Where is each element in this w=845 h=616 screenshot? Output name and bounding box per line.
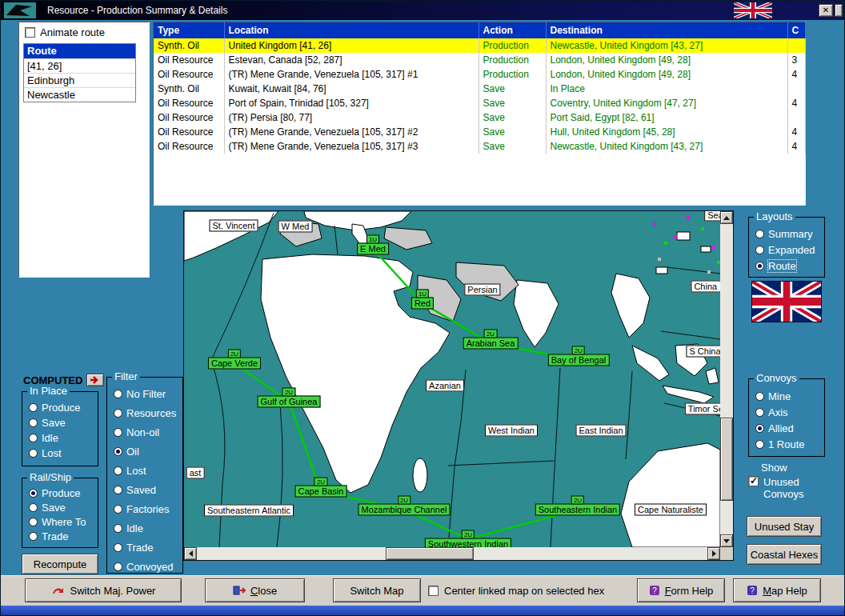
center-linked-map-label: Center linked map on selected hex [444,585,604,597]
switch-map-button[interactable]: Switch Map [333,578,421,602]
cell-convoy: 3 [787,53,805,67]
cell-destination: Coventry, United Kingdom [47, 27] [546,96,787,110]
in-place-option-save[interactable]: Save [22,417,98,429]
layout-option-route[interactable]: Route [749,260,824,272]
sea-zone-label[interactable]: East Indian [575,425,626,437]
radio-icon [755,230,764,238]
center-linked-map-option[interactable]: Center linked map on selected hex [428,578,604,602]
route-sea-zone-label[interactable]: 2U Arabian Sea [463,338,519,350]
route-sea-zone-label[interactable]: 2U Southeastern Indian [535,504,620,516]
app-icon[interactable] [4,2,36,18]
scroll-up-button[interactable] [720,211,733,224]
in-place-option-idle[interactable]: Idle [22,432,98,444]
coastal-hexes-button[interactable]: Coastal Hexes [747,544,822,565]
close-form-button[interactable]: Close [205,578,305,602]
sea-zone-label[interactable]: China S [691,281,720,293]
unused-stay-button[interactable]: Unused Stay [747,516,822,537]
rail-ship-option-trade[interactable]: Trade [22,530,98,542]
recompute-button[interactable]: Recompute [22,554,98,574]
radio-icon [755,262,764,270]
route-sea-zone-label[interactable]: 1U E Med [357,243,389,255]
table-row[interactable]: Oil Resource (TR) Mene Grande, Venezuela… [154,139,805,154]
switch-major-power-button[interactable]: Switch Maj. Power [25,578,182,602]
rail-ship-option-where-to[interactable]: Where To [22,516,98,528]
in-place-option-produce[interactable]: Produce [22,402,98,414]
unused-convoys-option[interactable]: Unused Convoys [748,476,810,500]
sea-zone-label[interactable]: Sea [704,211,720,222]
route-sea-zone-text: Arabian Sea [467,338,515,348]
map-viewport[interactable]: St. Vincent W Med Sea Persian China S S … [184,211,720,547]
form-help-button[interactable]: ? Form Help [637,578,725,602]
uk-flag-image [751,281,822,322]
table-row[interactable]: Synth. Oil Kuwait, Kuwait [84, 76] Save … [154,82,805,96]
table-row[interactable]: Oil Resource (TR) Mene Grande, Venezuela… [154,67,805,82]
convoys-option-mine[interactable]: Mine [749,390,824,402]
rail-ship-option-save[interactable]: Save [22,502,98,514]
layout-option-summary[interactable]: Summary [749,228,824,240]
sea-zone-label[interactable]: S China [686,346,720,358]
convoys-option-allied[interactable]: Allied [749,422,824,434]
sea-zone-label[interactable]: Azanian [426,380,464,392]
filter-option-lost[interactable]: Lost [107,465,182,477]
filter-option-oil[interactable]: Oil [107,446,182,458]
sea-zone-label[interactable]: Cape Naturaliste [635,504,707,516]
map-horizontal-scrollbar[interactable] [184,547,720,560]
route-sea-zone-label[interactable]: 2U Bay of Bengal [548,354,610,366]
sea-zone-label[interactable]: St. Vincent [210,220,258,232]
scroll-left-button[interactable] [184,547,197,560]
filter-option-idle[interactable]: Idle [107,522,182,534]
title-bar[interactable]: Resource - Production Summary & Details … [1,1,844,20]
route-sea-zone-label[interactable]: 2U Mozambique Channel [358,504,450,516]
filter-option-convoyed[interactable]: Convoyed [107,561,182,573]
filter-option-saved[interactable]: Saved [107,484,182,496]
rail-ship-option-produce[interactable]: Produce [22,487,98,499]
sea-zone-label[interactable]: Persian [464,284,500,296]
map-help-button[interactable]: ? Map Help [733,578,821,602]
sea-zone-label[interactable]: Timor Sea [685,403,720,415]
route-sea-zone-label[interactable]: 1U Red [411,298,434,310]
vertical-scroll-thumb[interactable] [720,418,733,501]
table-row[interactable]: Oil Resource Port of Spain, Trinidad [10… [154,96,805,110]
route-sea-zone-text: Southwestern Indian [428,539,508,548]
animate-route-checkbox[interactable] [25,27,35,38]
button-label: Switch Map [350,585,403,597]
layout-option-expanded[interactable]: Expanded [749,244,824,256]
map-vertical-scrollbar[interactable] [720,211,733,547]
route-list-item[interactable]: [41, 26] [24,58,135,73]
scroll-down-button[interactable] [720,534,733,547]
radio-icon [114,486,122,494]
option-label: Saved [126,484,156,496]
animate-route-option[interactable]: Animate route [25,26,149,38]
route-list-item[interactable]: Newcastle [24,87,135,102]
convoys-option-1-route[interactable]: 1 Route [749,438,824,450]
horizontal-scroll-thumb[interactable] [386,547,474,560]
route-sea-zone-label[interactable]: 2U Cape Verde [208,358,261,370]
table-row[interactable]: Oil Resource (TR) Persia [80, 77] Save P… [154,110,805,125]
filter-option-trade[interactable]: Trade [107,542,182,554]
filter-option-non-oil[interactable]: Non-oil [107,426,182,438]
filter-option-no-filter[interactable]: No Filter [107,388,182,400]
table-row[interactable]: Oil Resource (TR) Mene Grande, Venezuela… [154,125,805,139]
sea-zone-label[interactable]: ast [186,467,205,479]
cell-destination: London, United Kingdom [49, 28] [546,67,787,82]
table-row[interactable]: Synth. Oil United Kingdom [41, 26] Produ… [154,38,805,53]
unused-convoys-checkbox[interactable] [748,476,759,486]
in-place-option-lost[interactable]: Lost [22,447,98,459]
sea-zone-label[interactable]: West Indian [485,425,538,437]
route-sea-zone-label[interactable]: 2U Southwestern Indian [425,538,511,548]
sea-zone-label[interactable]: Southeastern Atlantic [204,505,294,517]
option-label: Trade [42,530,68,542]
sea-zone-label[interactable]: W Med [278,221,313,233]
route-list-item[interactable]: Edinburgh [24,73,135,87]
filter-option-factories[interactable]: Factories [107,503,182,515]
center-linked-map-checkbox[interactable] [428,586,439,596]
filter-option-resources[interactable]: Resources [107,407,182,419]
convoys-option-axis[interactable]: Axis [749,406,824,418]
computed-arrow-button[interactable] [86,374,104,386]
route-sea-zone-label[interactable]: 2U Gulf of Guinea [258,396,321,408]
maximize-button[interactable] [835,4,843,17]
route-sea-zone-label[interactable]: 2U Cape Basin [295,486,347,498]
close-button[interactable]: ✕ [819,4,833,17]
table-row[interactable]: Oil Resource Estevan, Canada [52, 287] P… [154,53,805,67]
scroll-right-button[interactable] [707,547,720,560]
